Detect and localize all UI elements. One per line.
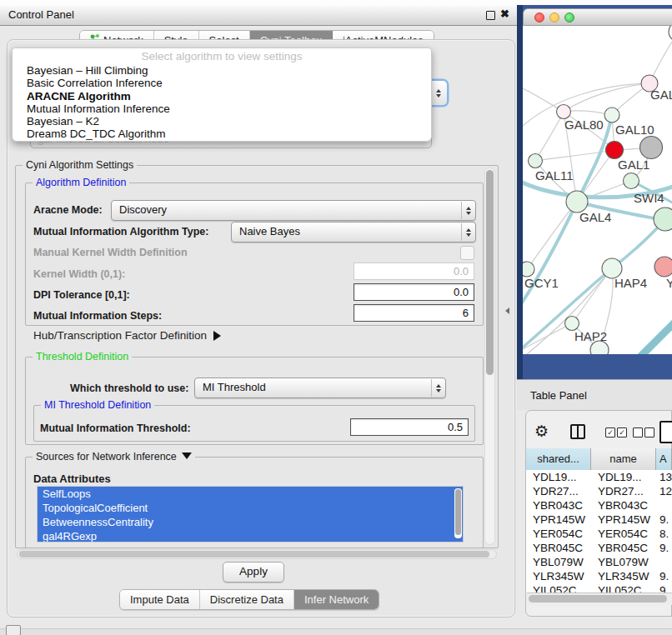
attribute-item[interactable]: gal4RGexp xyxy=(38,529,463,542)
network-node-y[interactable] xyxy=(654,257,672,277)
document-icon[interactable] xyxy=(659,421,672,443)
algorithm-option[interactable]: Mutual Information Inference xyxy=(13,102,431,115)
threshold-definition-title: Threshold Definition xyxy=(33,351,132,362)
bottom-tabs: Impute Data Discretize Data Infer Networ… xyxy=(119,589,379,610)
minimized-panel-icon[interactable] xyxy=(6,625,21,635)
network-node[interactable] xyxy=(640,137,663,159)
network-graph: GALGAL80GAL10GAL11SWI4GAL4GCY1HAP4YHAP2G… xyxy=(523,26,672,354)
manual-kernel-checkbox[interactable] xyxy=(460,246,474,260)
table-row[interactable]: YBR045CYBR045C9. xyxy=(526,541,672,555)
aracne-mode-combo[interactable]: Discovery xyxy=(111,200,476,221)
combo-arrows-icon xyxy=(461,223,474,241)
close-traffic-light[interactable] xyxy=(534,12,544,22)
which-threshold-combo[interactable]: MI Threshold xyxy=(194,378,446,398)
list-scrollbar-thumb[interactable] xyxy=(455,489,461,535)
table-row[interactable]: YPR145WYPR145W9. xyxy=(526,512,672,527)
node-label: GCY1 xyxy=(524,276,559,290)
table-cell xyxy=(656,555,672,569)
checked-attributes-icon[interactable]: ✓ xyxy=(617,428,627,438)
table-cell: YBL079W xyxy=(526,555,591,569)
algorithm-definition-title: Algorithm Definition xyxy=(33,177,129,188)
table-cell: YBR045C xyxy=(591,541,656,555)
network-node-gal10[interactable] xyxy=(604,108,619,122)
splitter-collapse-icon[interactable] xyxy=(505,308,509,314)
node-label: GAL xyxy=(650,88,672,102)
algorithm-option[interactable]: Bayesian – K2 xyxy=(13,115,431,128)
settings-horizontal-scrollbar[interactable] xyxy=(17,549,497,559)
node-label: Y xyxy=(666,276,672,290)
algorithm-option[interactable]: ARACNE Algorithm xyxy=(13,90,431,102)
tab-impute-data[interactable]: Impute Data xyxy=(120,590,200,609)
table-row[interactable]: YDR27...YDR27...12 xyxy=(526,484,672,498)
node-label: SWI4 xyxy=(634,191,664,205)
manual-kernel-label: Manual Kernel Width Definition xyxy=(33,247,188,258)
tab-discretize-data[interactable]: Discretize Data xyxy=(200,590,294,609)
algorithm-option[interactable]: Dream8 DC_TDC Algorithm xyxy=(13,128,431,140)
column-header-shared-name[interactable]: shared... xyxy=(526,448,591,470)
table-row[interactable]: YLR345WYLR345W9. xyxy=(526,569,672,583)
zoom-traffic-light[interactable] xyxy=(564,12,574,22)
table-row[interactable]: YBR043CYBR043C xyxy=(526,498,672,512)
network-node[interactable] xyxy=(606,142,624,159)
list-scrollbar[interactable] xyxy=(454,488,462,538)
apply-button[interactable]: Apply xyxy=(223,562,284,582)
algorithm-option[interactable]: Bayesian – Hill Climbing xyxy=(13,64,431,77)
float-window-icon[interactable] xyxy=(486,11,495,20)
algorithm-options: Bayesian – Hill ClimbingBasic Correlatio… xyxy=(13,64,431,141)
algorithm-option[interactable]: Basic Correlation Inference xyxy=(13,77,431,89)
algorithm-dropdown-popup: Select algorithm to view settings Bayesi… xyxy=(12,48,432,142)
close-icon[interactable]: ✖ xyxy=(500,8,509,20)
network-node-swi4[interactable] xyxy=(624,173,639,189)
network-window-titlebar[interactable] xyxy=(523,8,672,26)
mi-threshold-field[interactable]: 0.5 xyxy=(350,418,469,436)
mi-type-combo[interactable]: Naive Bayes xyxy=(231,222,476,242)
table-cell xyxy=(656,498,672,512)
unchecked-attributes-icon[interactable] xyxy=(644,428,654,438)
dpi-tolerance-field[interactable]: 0.0 xyxy=(354,283,474,301)
mi-steps-field[interactable]: 6 xyxy=(354,304,474,322)
sources-expander[interactable]: Sources for Network Inference xyxy=(33,451,195,462)
bottom-strip xyxy=(0,628,672,635)
scrollbar-thumb[interactable] xyxy=(529,595,667,602)
mi-type-label: Mutual Information Algorithm Type: xyxy=(33,226,208,238)
column-header-partial[interactable]: A xyxy=(656,448,672,470)
checked-attributes-icon[interactable]: ✓ xyxy=(605,428,615,438)
network-canvas[interactable]: GALGAL80GAL10GAL11SWI4GAL4GCY1HAP4YHAP2G… xyxy=(523,26,672,354)
gear-icon[interactable]: ⚙ xyxy=(534,422,549,441)
unchecked-attributes-icon[interactable] xyxy=(633,428,643,438)
node-label: GAL1 xyxy=(618,158,649,172)
tab-discretize-data-label: Discretize Data xyxy=(210,590,283,609)
table-horizontal-scrollbar[interactable] xyxy=(527,592,672,605)
tab-infer-network[interactable]: Infer Network xyxy=(294,590,379,609)
network-node[interactable] xyxy=(654,208,672,231)
table-row[interactable]: YDL19...YDL19...13 xyxy=(526,470,672,484)
table-row[interactable]: YIL052CYIL052C9 xyxy=(526,583,672,592)
table-header: shared... name A xyxy=(526,448,672,471)
data-attributes-list[interactable]: SelfLoopsTopologicalCoefficientBetweenne… xyxy=(37,486,464,542)
which-threshold-value: MI Threshold xyxy=(203,381,266,393)
hub-factor-expander[interactable]: Hub/Transcription Factor Definition xyxy=(33,329,221,342)
network-node[interactable] xyxy=(669,26,672,42)
minimize-traffic-light[interactable] xyxy=(549,12,559,22)
network-node-hap2[interactable] xyxy=(565,317,579,331)
app-root: Control Panel ✖ Network Style Select Cyn… xyxy=(0,0,672,635)
table-cell: 9 xyxy=(656,583,672,592)
network-node-gal80[interactable] xyxy=(557,105,571,119)
mi-type-value: Naive Bayes xyxy=(239,225,300,238)
attribute-item[interactable]: BetweennessCentrality xyxy=(38,515,463,529)
table-row[interactable]: YBL079WYBL079W xyxy=(526,555,672,569)
scrollbar-thumb[interactable] xyxy=(19,551,489,558)
table-cell: YDR27... xyxy=(591,484,656,498)
table-cell: YIL052C xyxy=(526,583,591,592)
combo-arrows-icon xyxy=(431,82,444,104)
kernel-width-field[interactable]: 0.0 xyxy=(354,262,474,280)
split-columns-icon[interactable] xyxy=(570,424,585,439)
scrollbar-thumb[interactable] xyxy=(486,170,494,375)
settings-vertical-scrollbar[interactable] xyxy=(484,168,495,545)
network-node-gal11[interactable] xyxy=(529,154,543,168)
column-header-name[interactable]: name xyxy=(591,448,656,470)
attribute-item[interactable]: SelfLoops xyxy=(38,487,463,501)
table-row[interactable]: YER054CYER054C8. xyxy=(526,527,672,541)
network-node-gcy1[interactable] xyxy=(523,262,534,277)
attribute-item[interactable]: TopologicalCoefficient xyxy=(38,501,463,515)
